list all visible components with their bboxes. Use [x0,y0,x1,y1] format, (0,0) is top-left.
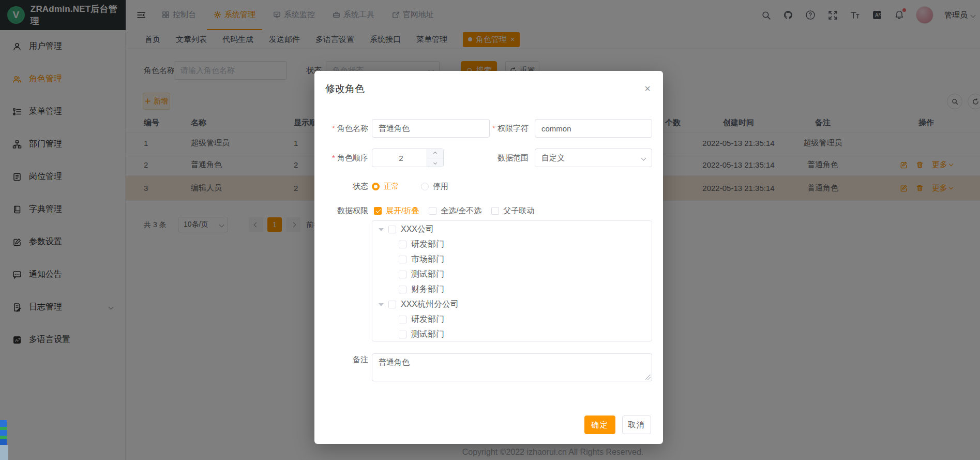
tree-node[interactable]: 测试部门 [372,267,652,282]
tree-checkbox[interactable] [388,226,396,233]
data-scope-value: 自定义 [541,153,565,163]
tree-expand-caret-icon[interactable] [379,228,384,231]
dialog-close-icon[interactable]: × [642,83,653,94]
screen-edge-artifact [0,445,8,460]
perm-char-label: 权限字符 [456,119,529,138]
checkbox-icon [429,207,436,215]
remark-value: 普通角色 [379,358,410,366]
role-name-value: 普通角色 [379,124,410,133]
tree-node[interactable]: XXX杭州分公司 [372,297,652,312]
remark-label: 备注 [296,350,368,369]
role-name-label: 角色名称 [296,119,368,138]
radio-disabled[interactable]: 停用 [421,182,448,191]
perm-char-value: common [541,124,571,133]
data-perm-label: 数据权限 [296,201,368,220]
tree-expand-caret-icon[interactable] [379,303,384,306]
tree-node[interactable]: 财务部门 [372,282,652,297]
chevron-down-icon [433,160,437,164]
tree-checkbox[interactable] [399,271,406,278]
tree-node-label[interactable]: 测试部门 [411,329,444,340]
remark-textarea[interactable]: 普通角色 [372,353,652,381]
tree-checkbox[interactable] [399,256,406,263]
radio-dot [372,183,380,190]
radio-label: 正常 [384,182,399,191]
stepper-up-button[interactable] [427,149,443,158]
tree-node-label[interactable]: XXX公司 [401,224,434,235]
tree-checkbox[interactable] [399,316,406,323]
chevron-down-icon [641,155,646,160]
tree-checkbox[interactable] [399,286,406,293]
checkbox-label: 父子联动 [503,206,534,216]
tree-node-label[interactable]: 测试部门 [411,269,444,280]
tree-checkbox[interactable] [399,331,406,338]
stepper-down-button[interactable] [427,158,443,167]
role-order-stepper[interactable]: 2 [372,149,444,167]
data-scope-select[interactable]: 自定义 [535,149,652,167]
tree-node-label[interactable]: 财务部门 [411,284,444,295]
role-order-label: 角色顺序 [296,149,368,167]
perm-char-input[interactable]: common [535,119,652,138]
role-order-value: 2 [399,154,403,162]
checkbox-icon [491,207,499,215]
tree-checkbox[interactable] [399,241,406,248]
checkbox-parent-child-link[interactable]: 父子联动 [491,206,534,216]
checkbox-select-all[interactable]: 全选/全不选 [429,206,481,216]
data-scope-label: 数据范围 [456,149,529,167]
tree-node-label[interactable]: 研发部门 [411,314,444,325]
data-perm-options: 展开/折叠 全选/全不选 父子联动 [374,201,534,220]
cancel-button[interactable]: 取消 [622,416,651,434]
checkbox-label: 展开/折叠 [386,206,419,216]
tree-node[interactable]: 研发部门 [372,312,652,327]
tree-node-label[interactable]: 市场部门 [411,254,444,265]
app-window: V ZRAdmin.NET后台管理 控制台 系统管理 系统监控 系统工具 [0,0,980,460]
tree-node[interactable]: XXX公司 [372,222,652,237]
tree-node[interactable]: 研发部门 [372,237,652,252]
dialog-title: 修改角色 [325,82,365,96]
tree-node-label[interactable]: 研发部门 [411,239,444,250]
tree-checkbox[interactable] [388,301,396,308]
department-tree: XXX公司 研发部门 市场部门 测试部门 财务部门 XXX杭州分公司 [372,220,652,342]
tree-node[interactable]: 测试部门 [372,327,652,342]
checkbox-expand-collapse[interactable]: 展开/折叠 [374,206,419,216]
checkbox-icon [374,207,382,215]
stepper-buttons [427,149,443,167]
checkbox-label: 全选/全不选 [441,206,481,216]
radio-label: 停用 [433,182,448,191]
radio-dot [421,183,429,190]
tree-node-label[interactable]: XXX杭州分公司 [401,299,459,310]
textarea-resize-handle[interactable] [645,375,651,380]
tree-node[interactable]: 市场部门 [372,252,652,267]
radio-normal[interactable]: 正常 [372,182,399,191]
edit-role-dialog: 修改角色 × 角色名称 普通角色 权限字符 common 角色顺序 2 数据范围… [314,71,663,444]
status-radio-group: 正常 停用 [372,177,448,196]
screen-edge-artifact [0,420,7,445]
chevron-up-icon [433,152,437,155]
status-label: 状态 [296,177,368,196]
confirm-button[interactable]: 确定 [584,416,615,434]
